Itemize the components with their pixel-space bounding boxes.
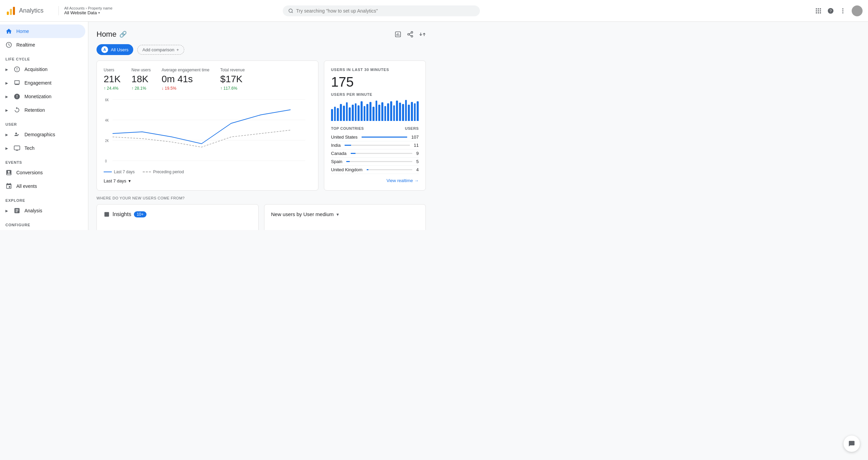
topbar: Analytics All Accounts › Property name A… bbox=[0, 0, 434, 22]
page-title: Home bbox=[97, 30, 117, 39]
conversions-icon bbox=[5, 169, 12, 176]
sidebar-item-realtime[interactable]: Realtime bbox=[0, 38, 85, 52]
sidebar-item-all-events[interactable]: All events bbox=[0, 179, 85, 193]
breadcrumb-bottom[interactable]: All Website Data ▾ bbox=[64, 10, 112, 15]
bar-2 bbox=[334, 107, 336, 121]
breadcrumb-top: All Accounts › Property name bbox=[64, 6, 112, 10]
country-list: United States 107 India 11 bbox=[331, 133, 419, 174]
main-content: Home 🔗 bbox=[88, 22, 434, 230]
sidebar-item-conversions[interactable]: Conversions bbox=[0, 166, 85, 179]
bar-20 bbox=[387, 103, 389, 121]
property-name: All Website Data bbox=[64, 10, 97, 15]
country-row-ca: Canada 9 bbox=[331, 149, 419, 158]
main-chart-svg: 6K 4K 2K 0 30 bbox=[104, 96, 311, 164]
app-title: Analytics bbox=[19, 7, 44, 14]
sidebar-item-home[interactable]: Home bbox=[0, 24, 85, 38]
bar-4 bbox=[340, 104, 342, 121]
all-users-label: All Users bbox=[111, 47, 128, 52]
expand-icon-3: ▶ bbox=[5, 95, 8, 99]
new-users-metric: New users 18K ↑ 28.1% bbox=[132, 68, 151, 91]
svg-line-30 bbox=[409, 35, 411, 36]
add-icon: + bbox=[176, 47, 179, 52]
expand-icon-7: ▶ bbox=[5, 209, 8, 213]
svg-line-4 bbox=[292, 12, 293, 13]
view-realtime-label: View realtime bbox=[386, 178, 413, 183]
sidebar-item-acquisition[interactable]: ▶ Acquisition bbox=[0, 63, 85, 76]
expand-icon-6: ▶ bbox=[5, 146, 8, 150]
svg-text:4K: 4K bbox=[105, 119, 109, 122]
add-comparison-button[interactable]: Add comparison + bbox=[137, 45, 184, 55]
realtime-label: Realtime bbox=[16, 42, 35, 48]
country-count-ca: 9 bbox=[416, 151, 419, 156]
sidebar-item-analysis[interactable]: ▶ Analysis bbox=[0, 204, 85, 217]
chart-area: 6K 4K 2K 0 30 bbox=[104, 96, 311, 164]
chart-legend: Last 7 days Preceding period bbox=[104, 170, 311, 174]
search-bar[interactable] bbox=[283, 5, 434, 16]
revenue-label: Total revenue bbox=[220, 68, 245, 72]
svg-point-3 bbox=[289, 9, 292, 12]
all-users-dot: A bbox=[101, 46, 108, 53]
engagement-change: ↓ 19.5% bbox=[162, 86, 210, 91]
legend-previous: Preceding period bbox=[143, 170, 184, 174]
country-bar-wrap-es bbox=[346, 161, 412, 162]
compare-icon[interactable] bbox=[419, 31, 426, 38]
bar-17 bbox=[378, 105, 380, 121]
acquisition-icon bbox=[14, 66, 20, 73]
new-users-change: ↑ 28.1% bbox=[132, 86, 151, 91]
sidebar-item-monetization[interactable]: ▶ Monetization bbox=[0, 90, 85, 103]
bottom-where-label: WHERE DO YOUR NEW USERS COME FROM? bbox=[97, 196, 426, 200]
country-us: United States bbox=[331, 135, 358, 140]
country-uk: United Kingdom bbox=[331, 167, 363, 172]
realtime-bar-chart bbox=[331, 101, 419, 121]
date-range-button[interactable]: Last 7 days ▾ bbox=[104, 178, 311, 183]
view-realtime-link[interactable]: View realtime → bbox=[331, 178, 419, 183]
new-users-header: New users by User medium ▾ bbox=[271, 211, 419, 217]
acquisition-label: Acquisition bbox=[24, 67, 48, 72]
share-icon[interactable] bbox=[407, 31, 414, 38]
country-row-uk: United Kingdom 4 bbox=[331, 166, 419, 174]
metrics-row: Users 21K ↑ 24.4% New users 18K ↑ 28.1% … bbox=[104, 68, 311, 91]
all-users-chip[interactable]: A All Users bbox=[97, 44, 133, 55]
svg-rect-2 bbox=[13, 7, 15, 15]
engagement-value: 0m 41s bbox=[162, 74, 210, 85]
insights-title: Insights bbox=[112, 211, 131, 217]
monetization-label: Monetization bbox=[24, 94, 51, 99]
svg-text:0: 0 bbox=[105, 159, 107, 163]
retention-label: Retention bbox=[24, 107, 45, 113]
country-bar-wrap-us bbox=[362, 137, 407, 138]
search-input[interactable] bbox=[296, 8, 434, 14]
svg-point-27 bbox=[411, 32, 413, 33]
realtime-subtitle: USERS PER MINUTE bbox=[331, 92, 419, 96]
bar-6 bbox=[346, 102, 348, 121]
logo-area: Analytics bbox=[5, 5, 53, 16]
search-icon bbox=[288, 8, 293, 14]
country-bar-wrap-uk bbox=[367, 169, 412, 170]
sidebar-item-demographics[interactable]: ▶ Demographics bbox=[0, 128, 85, 141]
bar-22 bbox=[393, 105, 395, 121]
main-layout: Home Realtime LIFE CYCLE ▶ Acquisition ▶… bbox=[0, 22, 434, 230]
page-link-icon[interactable]: 🔗 bbox=[119, 31, 127, 38]
bar-23 bbox=[396, 101, 398, 121]
expand-icon: ▶ bbox=[5, 68, 8, 71]
chart-card: Users 21K ↑ 24.4% New users 18K ↑ 28.1% … bbox=[97, 60, 318, 191]
view-realtime-arrow: → bbox=[414, 178, 419, 183]
sidebar-item-retention[interactable]: ▶ Retention bbox=[0, 103, 85, 117]
svg-text:2K: 2K bbox=[105, 139, 109, 143]
configure-section-label: CONFIGURE bbox=[0, 217, 88, 228]
date-range-label: Last 7 days bbox=[104, 178, 126, 183]
retention-icon bbox=[14, 107, 20, 113]
engagement-metric: Average engagement time 0m 41s ↓ 19.5% bbox=[162, 68, 210, 91]
sidebar-item-tech[interactable]: ▶ Tech bbox=[0, 141, 85, 155]
bar-25 bbox=[402, 104, 404, 121]
analysis-icon bbox=[14, 207, 20, 214]
engagement-label: Average engagement time bbox=[162, 68, 210, 72]
report-icon[interactable] bbox=[395, 31, 401, 38]
expand-icon-2: ▶ bbox=[5, 81, 8, 85]
analysis-label: Analysis bbox=[24, 208, 42, 213]
country-row-us: United States 107 bbox=[331, 133, 419, 141]
new-users-arrow[interactable]: ▾ bbox=[336, 212, 339, 217]
sidebar-item-engagement[interactable]: ▶ Engagement bbox=[0, 76, 85, 90]
sidebar-item-admin[interactable]: Admin bbox=[0, 228, 85, 230]
svg-point-29 bbox=[411, 35, 413, 37]
country-bar-uk bbox=[367, 169, 368, 170]
